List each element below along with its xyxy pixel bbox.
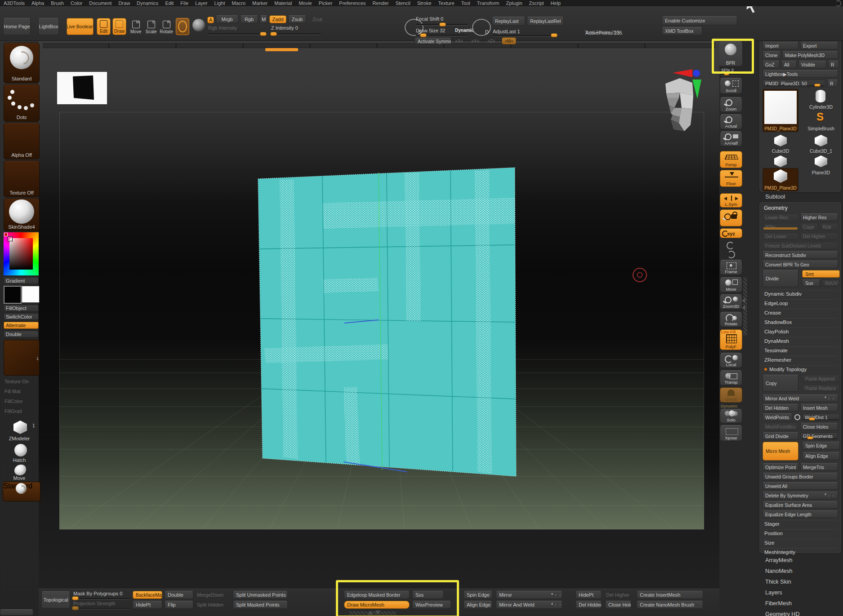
- current-material-slot[interactable]: SkinShade4: [4, 198, 40, 231]
- clone-button[interactable]: Clone: [763, 51, 781, 59]
- export-button[interactable]: Export: [800, 42, 838, 49]
- size-section[interactable]: Size: [763, 539, 838, 546]
- r-button[interactable]: R: [827, 80, 838, 87]
- close-holes-bottom-button[interactable]: Close Holes: [605, 601, 631, 609]
- spin-y-icon[interactable]: [727, 242, 734, 249]
- tool-thumb-selected[interactable]: PM3D_Plane3D: [763, 89, 798, 132]
- frame-button[interactable]: Frame: [720, 260, 742, 275]
- mirror-and-weld-bottom-button[interactable]: Mirror And Weld *: [496, 601, 562, 609]
- optimize-point-button[interactable]: Optimize Point: [763, 463, 798, 471]
- make-polymesh3d-button[interactable]: Make PolyMesh3D: [782, 51, 838, 59]
- r-button[interactable]: R: [828, 61, 839, 68]
- adjust-last-slider[interactable]: [493, 35, 558, 37]
- delete-by-symmetry-button[interactable]: Delete By Symmetry*: [763, 492, 838, 499]
- double-sided-button[interactable]: Double: [165, 591, 193, 599]
- reconstruct-subdiv-button[interactable]: Reconstruct Subdiv: [763, 251, 838, 259]
- menu-material[interactable]: Material: [274, 0, 292, 6]
- scroll-down-arrow[interactable]: [375, 611, 380, 615]
- color-picker[interactable]: [4, 232, 39, 275]
- divide-button[interactable]: Divide: [763, 270, 798, 287]
- current-texture-slot[interactable]: Texture Off: [4, 160, 40, 197]
- replay-last-rel-button[interactable]: ReplayLastRel: [527, 17, 564, 26]
- menu-texture[interactable]: Texture: [438, 0, 455, 6]
- unweld-groups-border-button[interactable]: Unweld Groups Border: [763, 473, 838, 480]
- menu-draw[interactable]: Draw: [118, 0, 130, 6]
- goz-button[interactable]: GoZ: [763, 61, 780, 68]
- del-hidden-bottom-button[interactable]: Del Hidden: [575, 601, 602, 609]
- gradient-button[interactable]: Gradient: [4, 277, 39, 284]
- menu-file[interactable]: File: [180, 0, 188, 6]
- mirror-button[interactable]: Mirror *: [496, 591, 562, 599]
- crease-section[interactable]: Crease: [763, 309, 838, 316]
- menu-preferences[interactable]: Preferences: [339, 0, 366, 6]
- focal-shift-knob[interactable]: [439, 22, 446, 27]
- tessimate-section[interactable]: Tessimate: [763, 346, 838, 354]
- menu-dynamics[interactable]: Dynamics: [137, 0, 158, 6]
- live-boolean-button[interactable]: Live Boolean: [67, 18, 94, 35]
- hidept-bottom-button[interactable]: HidePt: [575, 591, 602, 599]
- menu-tool[interactable]: Tool: [461, 0, 470, 6]
- double-button[interactable]: Double: [4, 331, 39, 337]
- split-unmasked-points-button[interactable]: Split Unmasked Points: [233, 591, 288, 599]
- weldpoints-button[interactable]: WeldPoints: [763, 413, 792, 421]
- texture-preview-slot[interactable]: 1: [4, 340, 40, 376]
- brush-alpha-button[interactable]: [176, 18, 189, 35]
- equalize-edge-length-button[interactable]: Equalize Edge Length: [763, 510, 838, 518]
- color-picker-square[interactable]: [9, 238, 33, 270]
- section-fibermesh[interactable]: FiberMesh: [765, 600, 792, 607]
- insert-mesh-button[interactable]: Insert Mesh: [800, 404, 838, 412]
- menu-help[interactable]: Help: [551, 0, 561, 6]
- move-brush-icon[interactable]: [14, 465, 26, 475]
- adjust-last-knob[interactable]: [551, 33, 558, 37]
- create-insertmesh-button[interactable]: Create InsertMesh: [637, 591, 703, 599]
- menu-macro[interactable]: Macro: [232, 0, 245, 6]
- menu-stencil[interactable]: Stencil: [396, 0, 410, 6]
- material-sphere-button[interactable]: [192, 19, 205, 31]
- move-mode-button[interactable]: M Move: [129, 18, 142, 35]
- scroll-up-arrow[interactable]: [368, 611, 373, 615]
- backface-mask-button[interactable]: BackfaceMask: [133, 591, 162, 599]
- subtool-section[interactable]: Subtool: [765, 193, 785, 200]
- equalize-surface-area-button[interactable]: Equalize Surface Area: [763, 501, 838, 509]
- menu-stroke[interactable]: Stroke: [417, 0, 432, 6]
- current-alpha-slot[interactable]: Alpha Off: [4, 123, 40, 160]
- modify-topology-section[interactable]: Modify Topology: [763, 365, 838, 373]
- tool-thumb-cylinder3d[interactable]: Cylinder3D: [802, 89, 840, 110]
- viewport-3d[interactable]: [39, 40, 719, 589]
- sym-m-button[interactable]: >M<: [502, 37, 516, 44]
- actual-button[interactable]: Actual: [720, 114, 742, 129]
- document-canvas[interactable]: [39, 40, 719, 589]
- edgeloop-masked-border-button[interactable]: Edgeloop Masked Border: [344, 591, 410, 599]
- menu-color[interactable]: Color: [71, 0, 82, 6]
- solo-button[interactable]: Solo: [720, 409, 742, 423]
- sym-x-button[interactable]: >X<: [455, 39, 463, 44]
- dynamic-subdiv-section[interactable]: Dynamic Subdiv: [763, 290, 838, 297]
- z-intensity-knob[interactable]: [270, 32, 277, 36]
- lsym-button[interactable]: L.Sym: [720, 193, 742, 208]
- section-geometry-hd[interactable]: Geometry HD: [765, 611, 799, 616]
- split-masked-points-button[interactable]: Split Masked Points: [233, 601, 288, 609]
- tool-thumb-plane3d[interactable]: Plane3D: [802, 155, 840, 175]
- menu-picker[interactable]: Picker: [319, 0, 333, 6]
- menu-marker[interactable]: Marker: [252, 0, 268, 6]
- tool-thumb-cube3d[interactable]: Cube3D: [763, 134, 798, 154]
- menu-light[interactable]: Light: [214, 0, 225, 6]
- geometry-header[interactable]: Geometry: [763, 204, 838, 212]
- hatch-label[interactable]: Hatch: [0, 457, 39, 463]
- activate-symmetry-button[interactable]: Activate Symmetry: [415, 38, 451, 44]
- shadowbox-section[interactable]: ShadowBox: [763, 318, 838, 326]
- rotate-on-axis-button[interactable]: xyz: [720, 228, 742, 238]
- persp-button[interactable]: Persp: [720, 151, 742, 168]
- create-nanomesh-brush-button[interactable]: Create NanoMesh Brush: [637, 601, 703, 609]
- home-page-button[interactable]: Home Page: [3, 18, 31, 35]
- rgb-intensity-slider[interactable]: [208, 33, 267, 35]
- stager-section[interactable]: Stager: [763, 520, 838, 527]
- spix-knob[interactable]: [724, 72, 729, 75]
- import-button[interactable]: Import: [763, 42, 798, 49]
- dynamic-label[interactable]: Dynamic: [455, 28, 474, 33]
- xmd-toolbox-button[interactable]: XMD ToolBox: [662, 27, 702, 35]
- smt-button[interactable]: Smt: [802, 270, 840, 278]
- rotate-mode-button[interactable]: R Rotate: [160, 18, 173, 35]
- local-button[interactable]: Local: [720, 353, 742, 368]
- welddist-1-slider[interactable]: WeldDist 1: [802, 413, 840, 421]
